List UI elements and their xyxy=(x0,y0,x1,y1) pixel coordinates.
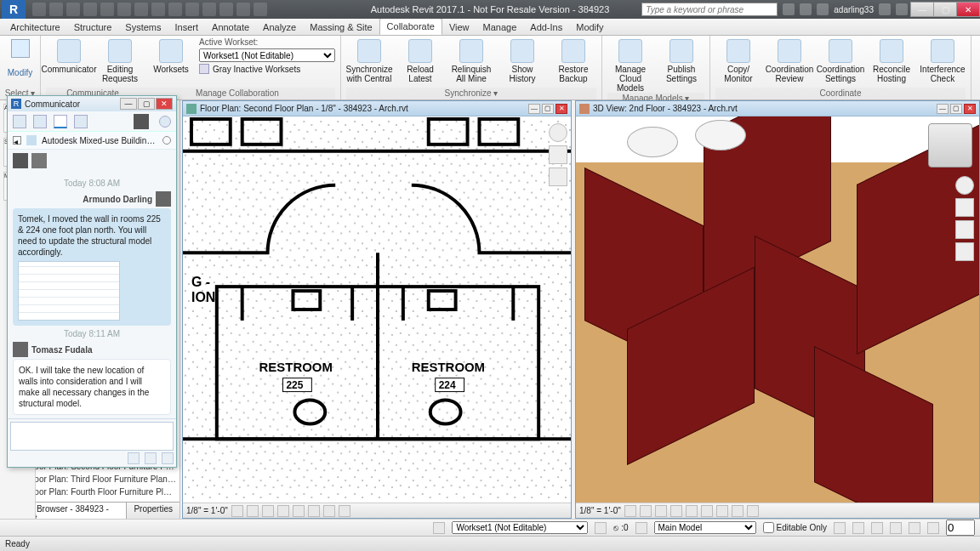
select-face-icon[interactable] xyxy=(890,522,902,534)
qat-thinlines-icon[interactable] xyxy=(219,3,233,16)
qat-close-icon[interactable] xyxy=(236,3,250,16)
crop3d-icon[interactable] xyxy=(701,505,713,517)
comm-expand-icon[interactable] xyxy=(162,136,171,145)
visual-style3d-icon[interactable] xyxy=(640,505,652,517)
nav3d-zoom-icon[interactable] xyxy=(955,242,974,261)
view3d-maximize-button[interactable]: ▢ xyxy=(950,104,962,114)
comm-compose-input[interactable] xyxy=(10,422,174,451)
lock3d-icon[interactable] xyxy=(732,505,744,517)
sign-in-icon[interactable] xyxy=(800,3,812,15)
ribbon-tab-add-ins[interactable]: Add-Ins xyxy=(523,20,569,35)
qat-save-icon[interactable] xyxy=(49,3,63,16)
comm-cut-icon[interactable] xyxy=(128,452,140,464)
view3d-close-button[interactable]: ✕ xyxy=(964,104,976,114)
app-menu-button[interactable]: R xyxy=(2,0,26,19)
view-cube[interactable] xyxy=(928,123,972,168)
nav-pan-icon[interactable] xyxy=(549,145,567,164)
detail-level-icon[interactable] xyxy=(231,505,243,517)
filter-count-input[interactable] xyxy=(946,520,975,536)
model-group-icon[interactable] xyxy=(635,522,647,534)
communicator-window[interactable]: R Communicator —▢✕ ◂ Autodesk Mixed-use … xyxy=(7,95,177,468)
3d-scale[interactable]: 1/8" = 1'-0" xyxy=(579,506,621,515)
qat-switch-icon[interactable] xyxy=(254,3,267,16)
3d-view-titlebar[interactable]: 3D View: 2nd Floor - 384923 - Arch.rvt —… xyxy=(576,101,979,116)
ribbon-tab-annotate[interactable]: Annotate xyxy=(205,20,256,35)
floor-plan-canvas[interactable]: G - ION RESTROOM 225 RESTROOM 224 xyxy=(183,116,571,503)
crop-icon[interactable] xyxy=(293,505,305,517)
crop-region-icon[interactable] xyxy=(308,505,320,517)
ribbon-tab-insert[interactable]: Insert xyxy=(168,20,206,35)
shadows3d-icon[interactable] xyxy=(670,505,682,517)
ribbon-tab-view[interactable]: View xyxy=(442,20,476,35)
floor-plan-scale[interactable]: 1/8" = 1'-0" xyxy=(186,506,228,515)
properties-tab[interactable]: Properties xyxy=(126,502,180,519)
3d-canvas[interactable] xyxy=(576,116,979,503)
ribbon-tab-collaborate[interactable]: Collaborate xyxy=(379,18,442,35)
main-model-select[interactable]: Main Model xyxy=(654,521,756,534)
qat-text-icon[interactable] xyxy=(168,3,182,16)
ribbon-tab-modify[interactable]: Modify xyxy=(569,20,610,35)
workset-status-icon[interactable] xyxy=(433,522,445,534)
floor-plan-titlebar[interactable]: Floor Plan: Second Floor Plan - 1/8" - 3… xyxy=(183,101,571,116)
close-button[interactable]: ✕ xyxy=(956,2,980,17)
sync-synchronize-with-central-button[interactable]: Synchronizewith Central xyxy=(346,37,392,83)
coord-coordination-settings-button[interactable]: CoordinationSettings xyxy=(818,37,863,83)
ribbon-tab-architecture[interactable]: Architecture xyxy=(3,20,67,35)
coord-copy-monitor-button[interactable]: Copy/Monitor xyxy=(715,37,761,83)
select-pinned-icon[interactable] xyxy=(871,522,883,534)
models-manage-cloud-models-button[interactable]: ManageCloud Models xyxy=(607,37,653,93)
communicator-titlebar[interactable]: R Communicator —▢✕ xyxy=(8,96,176,111)
communicator-button[interactable]: Communicator xyxy=(46,37,92,74)
view3d-minimize-button[interactable]: — xyxy=(937,104,949,114)
ribbon-tab-systems[interactable]: Systems xyxy=(118,20,168,35)
ribbon-tab-analyze[interactable]: Analyze xyxy=(256,20,303,35)
communicator-project-row[interactable]: ◂ Autodesk Mixed-use Building - Sales & … xyxy=(8,132,176,150)
detail-level3d-icon[interactable] xyxy=(624,505,636,517)
sun3d-icon[interactable] xyxy=(655,505,667,517)
view-maximize-button[interactable]: ▢ xyxy=(542,104,554,114)
visual-style-icon[interactable] xyxy=(247,505,259,517)
comm-msg1-attachment[interactable] xyxy=(18,261,120,321)
coord-interference-check-button[interactable]: InterferenceCheck xyxy=(920,37,966,83)
workset-status-select[interactable]: Workset1 (Not Editable) xyxy=(452,521,588,534)
qat-open-icon[interactable] xyxy=(32,3,46,16)
nav3d-orbit-icon[interactable] xyxy=(955,220,974,239)
help-search[interactable] xyxy=(641,3,778,16)
qat-print-icon[interactable] xyxy=(100,3,114,16)
sun-path-icon[interactable] xyxy=(262,505,274,517)
panel-caption-synchronize[interactable]: Synchronize ▾ xyxy=(346,88,596,99)
help-icon[interactable] xyxy=(896,3,908,15)
qat-undo-icon[interactable] xyxy=(66,3,80,16)
qat-redo-icon[interactable] xyxy=(83,3,97,16)
comm-collapse-icon[interactable]: ◂ xyxy=(13,136,21,145)
sync-reload-latest-button[interactable]: ReloadLatest xyxy=(397,37,443,83)
ribbon-tab-manage[interactable]: Manage xyxy=(476,20,524,35)
ribbon-tab-massing-site[interactable]: Massing & Site xyxy=(303,20,379,35)
ribbon-tab-structure[interactable]: Structure xyxy=(67,20,119,35)
shadows-icon[interactable] xyxy=(277,505,289,517)
exchange-icon[interactable] xyxy=(879,3,891,15)
comm-participant-1-avatar[interactable] xyxy=(13,153,28,168)
nav-zoom-icon[interactable] xyxy=(549,168,567,186)
nav-wheel-icon[interactable] xyxy=(549,123,567,142)
drag-elements-icon[interactable] xyxy=(909,522,920,534)
communicator-thread[interactable]: Today 8:08 AM Armundo Darling Tomek, I m… xyxy=(8,172,176,418)
subscription-icon[interactable] xyxy=(783,3,795,15)
comm-minimize-button[interactable]: — xyxy=(120,98,137,110)
maximize-button[interactable]: ▢ xyxy=(933,2,957,17)
active-workset-select[interactable]: Workset1 (Not Editable) xyxy=(199,48,335,62)
comm-tab-people-icon[interactable] xyxy=(13,115,26,128)
comm-tab-chat-icon[interactable] xyxy=(54,115,67,128)
view-minimize-button[interactable]: — xyxy=(528,104,540,114)
worksets-button[interactable]: Worksets xyxy=(148,37,194,74)
qat-section-icon[interactable] xyxy=(202,3,216,16)
gray-worksets-label[interactable]: Gray Inactive Worksets xyxy=(213,65,300,74)
comm-maximize-button[interactable]: ▢ xyxy=(138,98,155,110)
show3d-icon[interactable] xyxy=(716,505,728,517)
comm-image-icon[interactable] xyxy=(162,452,174,464)
nav3d-wheel-icon[interactable] xyxy=(955,176,974,195)
comm-attach-icon[interactable] xyxy=(145,452,157,464)
minimize-button[interactable]: — xyxy=(910,2,934,17)
reveal3d-icon[interactable] xyxy=(747,505,759,517)
help-search-input[interactable] xyxy=(641,3,778,16)
